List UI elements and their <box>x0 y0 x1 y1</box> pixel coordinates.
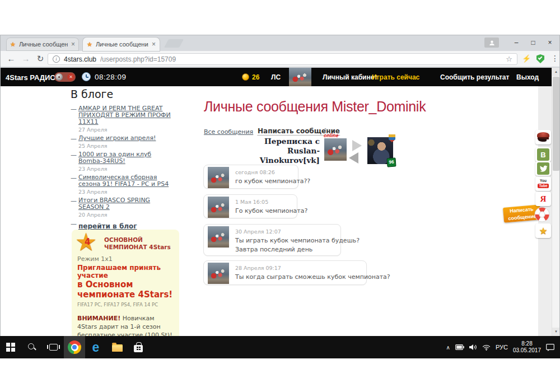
start-button[interactable] <box>0 336 21 358</box>
promo-warning: ВНИМАНИЕ! Новичкам 4Stars дарит на 1-й с… <box>77 314 174 336</box>
taskbar-edge-button[interactable]: e <box>85 336 106 358</box>
external-link-icon: ↗ <box>323 127 327 132</box>
blog-post-link[interactable]: Итоги BRASCO SPRING SEASON 2 <box>78 197 174 211</box>
youtube-icon[interactable]: You Tube <box>535 176 551 191</box>
edge-icon: e <box>92 341 100 354</box>
window-minimize-button[interactable]: – <box>508 35 525 50</box>
window-restore-button[interactable]: □ <box>525 35 542 50</box>
message-text: Ты когда сыграть сможешь кубок чемпионат… <box>235 273 390 282</box>
avatar[interactable]: 96 <box>367 137 393 164</box>
avatar[interactable] <box>208 263 229 284</box>
lifebuoy-icon[interactable] <box>533 206 551 223</box>
taskbar-clock[interactable]: 8:28 03.05.2017 <box>513 340 541 354</box>
avatar[interactable] <box>208 167 229 188</box>
blog-post-link[interactable]: АМКАР И PERM THE GREAT ПРИХОДЯТ В РЕЖИМ … <box>78 105 174 125</box>
promo-invite-line1: Приглашаем принять участие <box>77 264 174 279</box>
yandex-icon[interactable]: Я <box>535 192 551 206</box>
tray-chevron-icon[interactable]: ∧ <box>446 344 450 351</box>
blog-post-date: 27 Апреля <box>78 127 191 133</box>
battery-icon[interactable] <box>455 344 464 350</box>
nav-play-now[interactable]: Играть сейчас <box>372 73 419 81</box>
blog-post-date: 23 Апреля <box>78 189 191 195</box>
scroll-up-icon[interactable]: ▲ <box>552 68 559 76</box>
desktop-background-bottom <box>0 358 560 392</box>
blog-post-list: — АМКАР И PERM THE GREAT ПРИХОДЯТ В РЕЖИ… <box>71 105 191 231</box>
championship-promo-box: ★ 4 ОСНОВНОЙ ЧЕМПИОНАТ 4Stars Режим 1x1 … <box>72 230 179 336</box>
taskbar-date: 03.05.2017 <box>513 347 541 354</box>
club-shield-icon <box>389 134 395 142</box>
page-scrollbar[interactable]: ▲ ▼ <box>552 68 559 336</box>
speaker-icon[interactable] <box>469 344 477 351</box>
scroll-down-icon[interactable]: ▼ <box>552 328 559 336</box>
blog-heading: В блоге <box>71 88 113 100</box>
browser-tab-2-active[interactable]: ★ Личные сообщения Mi × <box>83 38 160 51</box>
radio-stop-icon[interactable]: ✕ <box>67 73 74 81</box>
forward-icon[interactable]: → <box>20 53 32 64</box>
browser-menu-icon[interactable]: ⋮ <box>551 54 559 63</box>
new-tab-button[interactable] <box>164 39 184 48</box>
address-bar[interactable]: i 4stars.club /userposts.php?id=15709 ☆ <box>48 53 517 65</box>
all-messages-link[interactable]: Все сообщения <box>204 128 253 136</box>
avatar[interactable] <box>208 197 229 218</box>
radio-disc-icon[interactable] <box>55 73 63 81</box>
tab-close-icon[interactable]: × <box>152 41 156 48</box>
browser-toolbar: ← → ↻ i 4stars.club /userposts.php?id=15… <box>1 51 559 67</box>
blog-post-link[interactable]: Символическая сборная сезона 91! FIFA17 … <box>78 174 174 188</box>
extension-shield-icon[interactable] <box>536 54 544 63</box>
radio-player-control[interactable]: ✕ <box>54 72 76 82</box>
star-icon[interactable]: ★ <box>535 223 551 238</box>
nav-personal-cabinet[interactable]: Личный кабинет <box>323 73 377 81</box>
back-icon[interactable]: ← <box>5 53 17 64</box>
taskbar-chrome-button[interactable] <box>64 336 85 358</box>
screen: ★ Личные сообщения Mi × ★ Личные сообщен… <box>0 0 560 392</box>
club-96-badge: 96 <box>386 157 396 167</box>
message-line: Го кубок чемпионата? <box>235 207 307 216</box>
list-item: — АМКАР И PERM THE GREAT ПРИХОДЯТ В РЕЖИ… <box>71 105 191 133</box>
avatar[interactable] <box>208 226 229 248</box>
nav-report-result[interactable]: Сообщить результат <box>440 73 509 81</box>
page-viewport: 4Stars РАДИО ✕ 08:28:09 26 ЛС Личный каб… <box>1 68 559 336</box>
window-close-button[interactable]: × <box>542 35 558 50</box>
conversation-title: Переписка с Ruslan-Vinokurov[vk] <box>235 137 320 165</box>
vk-letter: В <box>537 148 549 161</box>
extension-bolt-icon[interactable]: ⚡ <box>522 54 531 63</box>
private-messages-link[interactable]: ЛС <box>271 73 281 81</box>
promo-platforms: FIFA17 PC, FIFA17 PS4, FIFA 14 PC <box>77 302 174 307</box>
arrow-right-icon <box>352 140 362 151</box>
blog-post-date: 20 Апреля <box>78 212 191 218</box>
online-badge: online <box>324 133 339 138</box>
avatar[interactable] <box>324 138 347 161</box>
promo-star-icon: ★ 4 <box>75 232 101 256</box>
action-center-icon[interactable] <box>546 344 554 351</box>
message-date: 1 Мая 16:05 <box>235 199 268 205</box>
message-text: го кубок чемпионата?? <box>235 177 310 186</box>
search-icon <box>27 343 36 352</box>
bookmark-star-icon[interactable]: ☆ <box>506 55 512 63</box>
twitter-icon[interactable] <box>535 161 551 176</box>
taskbar-explorer-button[interactable] <box>106 336 128 358</box>
task-view-button[interactable] <box>43 336 64 358</box>
nav-logout[interactable]: Выход <box>516 73 539 81</box>
promo-title: ОСНОВНОЙ ЧЕМПИОНАТ 4Stars <box>104 234 174 252</box>
browser-tab-1[interactable]: ★ Личные сообщения Mi × <box>6 38 79 51</box>
taskbar-search-button[interactable] <box>21 336 43 358</box>
header-avatar[interactable] <box>289 68 311 86</box>
folder-icon <box>112 344 123 352</box>
language-indicator[interactable]: РУС <box>496 344 508 351</box>
tab-close-icon[interactable]: × <box>71 41 75 48</box>
wifi-icon[interactable] <box>482 344 491 351</box>
blog-post-link[interactable]: 1000 игр за один клуб Bomba-34RUS! <box>78 151 174 165</box>
dash: — <box>71 220 77 227</box>
page-info-icon[interactable]: i <box>53 55 60 63</box>
list-item: — Символическая сборная сезона 91! FIFA1… <box>71 174 191 195</box>
profile-icon[interactable] <box>484 38 499 48</box>
page-title: Личные сообщения Mister_Dominik <box>204 99 426 115</box>
cap-icon[interactable] <box>535 130 551 144</box>
vk-icon[interactable]: В <box>535 147 551 162</box>
scrollbar-thumb[interactable] <box>553 77 559 171</box>
taskbar-store-button[interactable] <box>128 336 149 358</box>
coin-balance[interactable]: 26 <box>252 73 259 81</box>
reload-icon[interactable]: ↻ <box>34 53 46 64</box>
blog-post-link[interactable]: Лучшие игроки апреля! <box>78 135 174 142</box>
youtube-you: You <box>540 179 547 183</box>
